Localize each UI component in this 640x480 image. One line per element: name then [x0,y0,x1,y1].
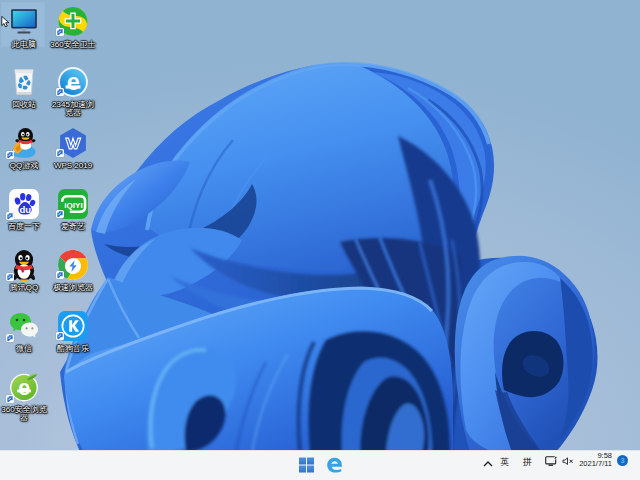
svg-text:e: e [18,376,30,400]
svg-text:iQIYI: iQIYI [64,201,82,210]
svg-text:e: e [67,69,80,95]
svg-text:du: du [19,204,31,215]
